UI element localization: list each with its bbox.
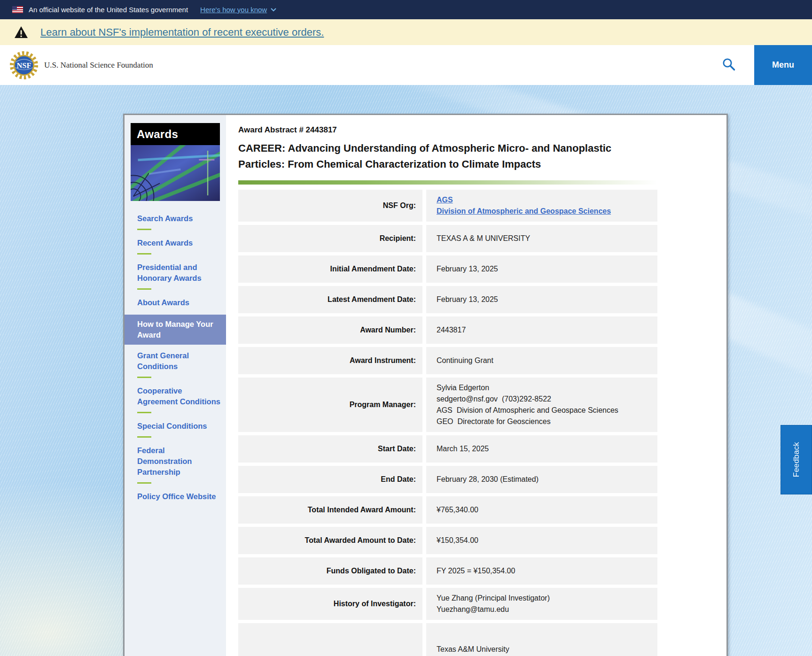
sidebar-item[interactable]: About Awards <box>137 297 220 308</box>
table-row: Program Manager:Sylvia Edgertonsedgerto@… <box>238 378 657 432</box>
row-value: February 28, 2030 (Estimated) <box>426 466 657 493</box>
chevron-down-icon <box>270 8 277 12</box>
value-line: Yuezhang@tamu.edu <box>437 604 652 615</box>
value-line: Yue Zhang (Principal Investigator) <box>437 593 652 604</box>
row-value: March 15, 2025 <box>426 435 657 463</box>
value-line: FY 2025 = ¥150,354.00 <box>437 565 652 577</box>
row-label: Program Manager: <box>238 378 422 432</box>
row-label: Award Instrument: <box>238 347 422 374</box>
row-label: History of Investigator: <box>238 588 422 620</box>
row-label <box>238 623 422 656</box>
value-line: Continuing Grant <box>437 355 652 366</box>
value-line: February 13, 2025 <box>437 263 652 275</box>
sidebar-artwork <box>131 145 220 201</box>
row-value: FY 2025 = ¥150,354.00 <box>426 557 657 585</box>
row-value: TEXAS A & M UNIVERSITY <box>426 225 657 252</box>
nav-separator <box>137 377 151 378</box>
row-value: AGSDivision of Atmospheric and Geospace … <box>426 190 657 222</box>
alert-banner: Learn about NSF's implementation of rece… <box>0 19 812 45</box>
value-link[interactable]: AGS <box>437 194 453 206</box>
row-value: 2443817 <box>426 316 657 344</box>
value-line: Texas A&M University <box>437 644 652 655</box>
nav-separator <box>137 253 151 255</box>
gov-banner-text: An official website of the United States… <box>29 6 188 14</box>
feedback-button[interactable]: Feedback <box>781 425 812 494</box>
search-button[interactable] <box>721 57 737 73</box>
sidebar-item[interactable]: Federal Demonstration Partnership <box>137 445 220 478</box>
value-line: AGS Division of Atmospheric and Geospace… <box>437 405 652 416</box>
value-line: ¥765,340.00 <box>437 504 652 516</box>
value-line: 2443817 <box>437 324 652 336</box>
row-label: Initial Amendment Date: <box>238 255 422 283</box>
row-value: Texas A&M University <box>426 623 657 656</box>
sidebar-item[interactable]: Special Conditions <box>137 421 220 432</box>
nav-separator <box>137 412 151 413</box>
row-value: February 13, 2025 <box>426 255 657 283</box>
page-background: Awards <box>0 85 812 656</box>
sidebar-item[interactable]: Policy Office Website <box>137 491 220 502</box>
us-flag-icon <box>12 6 23 13</box>
value-link[interactable]: Division of Atmospheric and Geospace Sci… <box>437 206 611 217</box>
search-icon <box>722 57 736 71</box>
content-container: Awards <box>123 114 728 656</box>
value-line: TEXAS A & M UNIVERSITY <box>437 233 652 244</box>
award-title-line2: Particles: From Chemical Characterizatio… <box>238 156 689 172</box>
sidebar-item[interactable]: How to Manage Your Award <box>125 315 226 345</box>
awards-abstract-image <box>131 145 220 201</box>
value-line: Sylvia Edgerton <box>437 382 652 394</box>
sidebar-nav: Search AwardsRecent AwardsPresidential a… <box>125 201 226 511</box>
table-row: NSF Org:AGSDivision of Atmospheric and G… <box>238 190 657 222</box>
nav-separator <box>137 229 151 230</box>
value-line: February 13, 2025 <box>437 294 652 305</box>
table-row: End Date:February 28, 2030 (Estimated) <box>238 466 657 493</box>
nav-separator <box>137 436 151 438</box>
row-value: Sylvia Edgertonsedgerto@nsf.gov (703)292… <box>426 378 657 432</box>
award-title-line1: CAREER: Advancing Understanding of Atmos… <box>238 140 689 156</box>
nsf-logo-acronym: NSF <box>16 61 31 70</box>
gov-banner: An official website of the United States… <box>0 0 812 19</box>
sidebar-item[interactable]: Cooperative Agreement Conditions <box>137 386 220 407</box>
how-you-know-label: Here's how you know <box>200 6 267 14</box>
nav-separator <box>137 482 151 484</box>
award-main: Award Abstract # 2443817 CAREER: Advanci… <box>226 115 726 656</box>
row-label: NSF Org: <box>238 190 422 222</box>
value-line: March 15, 2025 <box>437 443 652 455</box>
row-label: Recipient: <box>238 225 422 252</box>
abstract-heading: Award Abstract # 2443817 <box>238 125 726 135</box>
row-value: ¥150,354.00 <box>426 527 657 554</box>
award-table: NSF Org:AGSDivision of Atmospheric and G… <box>238 190 657 656</box>
sidebar-item[interactable]: Presidential and Honorary Awards <box>137 262 220 284</box>
sidebar-title: Awards <box>131 123 220 145</box>
table-row: Start Date:March 15, 2025 <box>238 435 657 463</box>
value-line: February 28, 2030 (Estimated) <box>437 474 652 485</box>
row-value: February 13, 2025 <box>426 286 657 313</box>
row-label: Start Date: <box>238 435 422 463</box>
row-label: Latest Amendment Date: <box>238 286 422 313</box>
menu-button[interactable]: Menu <box>754 45 812 85</box>
awards-sidebar: Awards <box>125 115 226 656</box>
executive-orders-link[interactable]: Learn about NSF's implementation of rece… <box>40 26 324 39</box>
table-row: Award Instrument:Continuing Grant <box>238 347 657 374</box>
table-row: Total Intended Award Amount:¥765,340.00 <box>238 496 657 524</box>
how-you-know-link[interactable]: Here's how you know <box>200 6 277 14</box>
row-label: Total Intended Award Amount: <box>238 496 422 524</box>
row-value: Yue Zhang (Principal Investigator)Yuezha… <box>426 588 657 620</box>
table-row: Latest Amendment Date:February 13, 2025 <box>238 286 657 313</box>
table-row: Recipient:TEXAS A & M UNIVERSITY <box>238 225 657 252</box>
warning-icon <box>14 26 28 39</box>
row-label: Award Number: <box>238 316 422 344</box>
value-line: GEO Directorate for Geosciences <box>437 416 652 427</box>
value-line: sedgerto@nsf.gov (703)292-8522 <box>437 394 652 405</box>
sidebar-item[interactable]: Search Awards <box>137 213 220 224</box>
site-header: NSF U.S. National Science Foundation Men… <box>0 45 812 85</box>
sidebar-item[interactable]: Grant General Conditions <box>137 350 220 372</box>
table-row: Texas A&M University <box>238 623 657 656</box>
table-row: Award Number:2443817 <box>238 316 657 344</box>
sidebar-item[interactable]: Recent Awards <box>137 238 220 248</box>
row-value: Continuing Grant <box>426 347 657 374</box>
brand-wordmark: U.S. National Science Foundation <box>44 61 153 70</box>
table-row: Initial Amendment Date:February 13, 2025 <box>238 255 657 283</box>
table-row: History of Investigator:Yue Zhang (Princ… <box>238 588 657 620</box>
table-row: Funds Obligated to Date:FY 2025 = ¥150,3… <box>238 557 657 585</box>
nsf-logo: NSF <box>9 51 39 80</box>
